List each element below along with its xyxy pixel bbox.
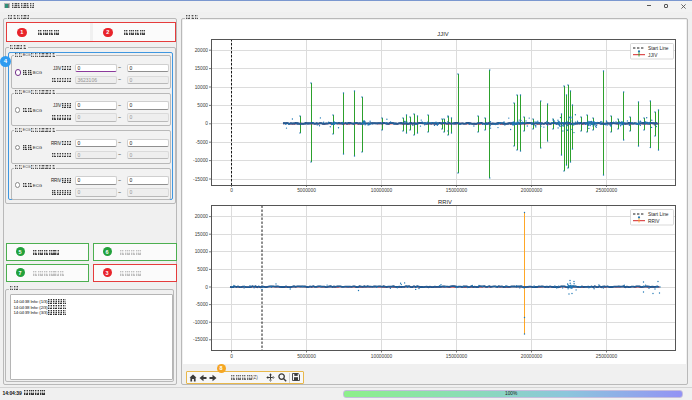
svg-text:0: 0 [205,121,208,126]
svg-text:0: 0 [230,188,233,193]
svg-text:20000: 20000 [195,214,209,219]
svg-text:10000000: 10000000 [371,354,393,359]
svg-text:10000000: 10000000 [371,188,393,193]
svg-text:0: 0 [205,285,208,290]
svg-text:-15000: -15000 [193,177,208,182]
svg-text:20000000: 20000000 [521,354,543,359]
svg-text:20000: 20000 [195,48,209,53]
svg-text:5000000: 5000000 [297,354,316,359]
svg-text:10000: 10000 [195,249,209,254]
svg-text:Start Line: Start Line [648,46,669,51]
svg-text:25000000: 25000000 [596,354,618,359]
svg-text:5000: 5000 [197,267,208,272]
svg-text:-10000: -10000 [193,320,208,325]
svg-text:RRIV: RRIV [648,219,660,224]
svg-text:-10000: -10000 [193,158,208,163]
svg-text:15000: 15000 [195,232,209,237]
svg-text:25000000: 25000000 [596,188,618,193]
svg-text:10000: 10000 [195,85,209,90]
svg-text:RRIV: RRIV [438,199,452,205]
svg-text:15000: 15000 [195,66,209,71]
svg-text:5000: 5000 [197,103,208,108]
svg-text:JJIV: JJIV [437,31,448,37]
svg-text:-15000: -15000 [193,337,208,342]
svg-text:0: 0 [230,354,233,359]
svg-text:15000000: 15000000 [446,354,468,359]
svg-text:15000000: 15000000 [446,188,468,193]
svg-text:-5000: -5000 [196,302,209,307]
svg-text:5000000: 5000000 [297,188,316,193]
svg-text:Start Line: Start Line [648,212,669,217]
svg-text:-5000: -5000 [196,140,209,145]
svg-text:JJIV: JJIV [648,53,658,58]
svg-text:20000000: 20000000 [521,188,543,193]
